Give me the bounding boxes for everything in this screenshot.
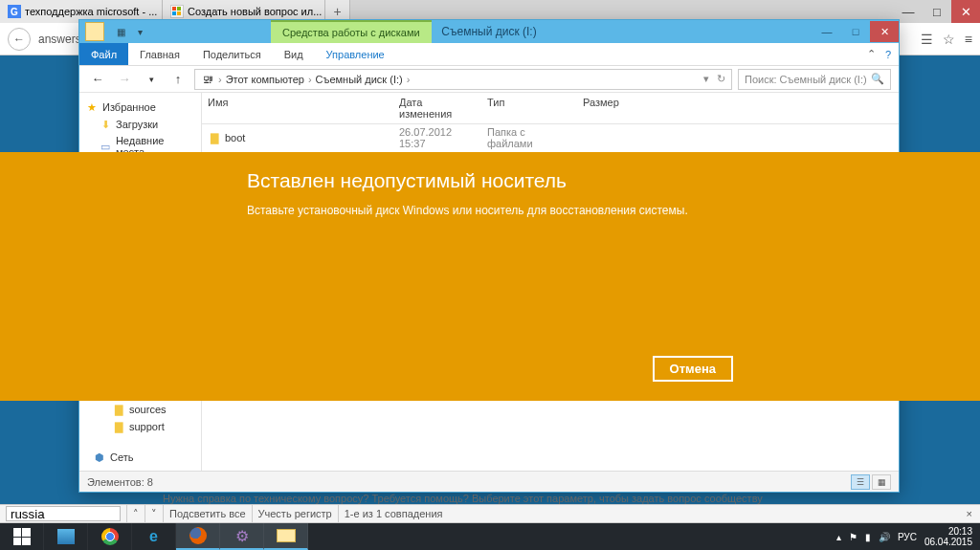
computer-icon: 🖳 — [201, 73, 214, 86]
status-bar: Элементов: 8 ☰ ▦ — [79, 471, 899, 492]
ie-icon: e — [149, 528, 158, 545]
find-next-button[interactable]: ˅ — [145, 505, 164, 522]
taskbar-item-firefox[interactable] — [176, 523, 220, 550]
col-name[interactable]: Имя — [202, 97, 393, 120]
sidebar-group-network[interactable]: ⬢Сеть — [79, 449, 202, 466]
page-hint-text: Нужна справка по техническому вопросу? Т… — [163, 493, 763, 504]
view-details-button[interactable]: ☰ — [851, 474, 870, 490]
sidebar-group-favorites[interactable]: ★Избранное — [79, 99, 201, 116]
firefox-icon — [189, 527, 207, 544]
svg-rect-3 — [177, 11, 181, 15]
google-favicon-icon: G — [8, 5, 21, 18]
help-icon[interactable]: ? — [885, 49, 891, 60]
col-type[interactable]: Тип — [481, 97, 577, 120]
menu-icon[interactable]: ≡ — [965, 32, 972, 47]
close-button[interactable]: ✕ — [951, 0, 980, 23]
highlight-all-toggle[interactable]: Подсветить все — [164, 505, 253, 522]
table-row[interactable]: ▇boot 26.07.2012 15:37 Папка с файлами — [202, 124, 899, 151]
drive-icon — [85, 22, 104, 41]
modal-overlay: Вставлен недопустимый носитель Вставьте … — [0, 152, 980, 401]
back-button[interactable]: ← — [8, 28, 31, 51]
network-icon: ⬢ — [93, 451, 106, 464]
taskbar-item-chrome[interactable] — [88, 523, 132, 550]
find-input[interactable] — [6, 506, 121, 521]
item-count: Элементов: 8 — [87, 476, 153, 488]
match-case-toggle[interactable]: Учесть регистр — [253, 505, 339, 522]
taskbar-item-metro[interactable] — [44, 523, 88, 550]
explorer-close-button[interactable]: ✕ — [870, 21, 899, 42]
maximize-button[interactable]: □ — [923, 0, 951, 23]
explorer-maximize-button[interactable]: □ — [841, 21, 870, 42]
ribbon-tab-home[interactable]: Главная — [128, 43, 191, 65]
tray-volume-icon[interactable]: 🔊 — [879, 532, 890, 542]
reader-icon[interactable]: ☰ — [921, 32, 933, 47]
taskbar-item-settings[interactable]: ⚙ — [220, 523, 264, 550]
sidebar-item-support[interactable]: ▇support — [79, 418, 202, 435]
breadcrumb-drive[interactable]: Съемный диск (I:) — [316, 74, 403, 85]
nav-forward-button[interactable]: → — [114, 69, 135, 90]
address-bar[interactable]: answers. — [38, 33, 84, 46]
recent-icon: ▭ — [99, 140, 112, 153]
breadcrumb[interactable]: 🖳 › Этот компьютер › Съемный диск (I:) ›… — [194, 69, 732, 90]
sidebar-item-downloads[interactable]: ⬇Загрузки — [79, 116, 201, 133]
search-input[interactable]: Поиск: Съемный диск (I:) 🔍 — [738, 69, 891, 90]
explorer-minimize-button[interactable]: — — [813, 21, 841, 42]
tray-language[interactable]: РУС — [898, 532, 917, 542]
taskbar-item-ie[interactable]: e — [132, 523, 176, 550]
contextual-tab-disk-tools[interactable]: Средства работы с дисками — [271, 20, 432, 43]
folder-icon: ▇ — [208, 131, 221, 144]
find-close-button[interactable]: × — [959, 508, 980, 519]
match-count: 1-е из 1 совпадения — [339, 505, 449, 522]
search-placeholder: Поиск: Съемный диск (I:) — [745, 74, 867, 85]
view-icons-button[interactable]: ▦ — [872, 474, 891, 490]
breadcrumb-pc[interactable]: Этот компьютер — [226, 74, 304, 85]
column-headers[interactable]: Имя Дата изменения Тип Размер — [202, 93, 899, 124]
svg-rect-2 — [172, 11, 176, 15]
browser-tab-label: техподдержка microsoft - ... — [25, 6, 157, 17]
ql-properties-icon[interactable]: ▦ — [112, 23, 129, 40]
tray-expand-icon[interactable]: ▴ — [836, 532, 841, 542]
col-size[interactable]: Размер — [577, 97, 635, 120]
nav-back-button[interactable]: ← — [87, 69, 108, 90]
breadcrumb-dropdown-icon[interactable]: ▾ — [703, 73, 709, 85]
ribbon-expand-icon[interactable]: ⌃ — [867, 48, 876, 60]
folder-icon — [277, 529, 296, 542]
ms-favicon-icon — [170, 5, 184, 18]
sidebar-item-sources[interactable]: ▇sources — [79, 401, 202, 418]
nav-history-button[interactable]: ▾ — [141, 69, 162, 90]
modal-title: Вставлен недопустимый носитель — [247, 169, 980, 192]
metro-icon — [57, 529, 75, 544]
bookmark-star-icon[interactable]: ☆ — [943, 32, 955, 47]
search-icon: 🔍 — [871, 73, 884, 85]
folder-icon: ▇ — [112, 420, 125, 433]
star-icon: ★ — [85, 100, 99, 114]
downloads-icon: ⬇ — [99, 118, 112, 131]
tray-action-center-icon[interactable]: ⚑ — [849, 532, 858, 542]
modal-message: Вставьте установочный диск Windows или н… — [247, 204, 980, 217]
tray-network-icon[interactable]: ▮ — [865, 532, 871, 542]
svg-rect-1 — [177, 7, 181, 11]
browser-tab-label: Создать новый вопрос ил... — [188, 6, 322, 17]
nav-up-button[interactable]: ↑ — [167, 69, 189, 90]
ql-newfolder-icon[interactable]: ▾ — [131, 23, 148, 40]
ribbon-tab-manage[interactable]: Управление — [315, 43, 396, 65]
ribbon-tab-file[interactable]: Файл — [79, 43, 128, 65]
window-title: Съемный диск (I:) — [441, 25, 536, 38]
ribbon-tab-share[interactable]: Поделиться — [191, 43, 273, 65]
refresh-icon[interactable]: ↻ — [717, 73, 725, 85]
cancel-button[interactable]: Отмена — [653, 356, 733, 382]
svg-rect-0 — [172, 7, 176, 11]
folder-icon: ▇ — [112, 403, 125, 416]
chrome-icon — [101, 528, 119, 545]
tray-clock[interactable]: 20:13 06.04.2015 — [924, 526, 972, 547]
find-bar: ˄ ˅ Подсветить все Учесть регистр 1-е из… — [0, 504, 980, 523]
taskbar: e ⚙ ▴ ⚑ ▮ 🔊 РУС 20:13 06.04.2015 — [0, 523, 980, 550]
gear-icon: ⚙ — [235, 527, 249, 545]
find-prev-button[interactable]: ˄ — [127, 505, 145, 522]
taskbar-item-explorer[interactable] — [264, 523, 308, 550]
windows-logo-icon — [13, 528, 31, 545]
explorer-titlebar[interactable]: ▦ ▾ Средства работы с дисками Съемный ди… — [79, 20, 899, 43]
col-date[interactable]: Дата изменения — [393, 97, 481, 120]
start-button[interactable] — [0, 523, 44, 550]
ribbon-tab-view[interactable]: Вид — [273, 43, 315, 65]
